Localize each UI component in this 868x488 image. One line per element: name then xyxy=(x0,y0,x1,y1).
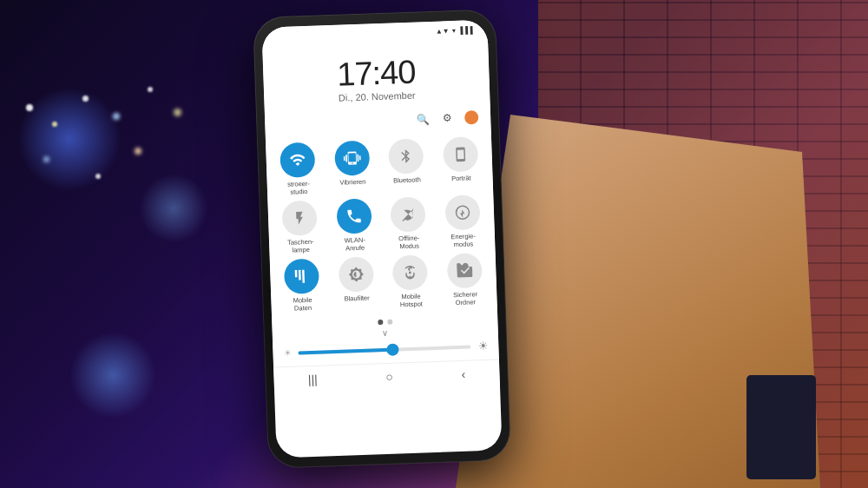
fairy-light xyxy=(95,174,101,179)
watch-band xyxy=(746,375,816,479)
blue-light-3 xyxy=(139,174,208,243)
brightness-slider[interactable] xyxy=(298,345,470,354)
portrait-tile-icon xyxy=(443,136,478,172)
flashlight-tile-icon xyxy=(282,201,318,236)
settings-button[interactable]: ⚙ xyxy=(440,111,455,126)
hotspot-tile-icon xyxy=(392,255,428,291)
slider-thumb[interactable] xyxy=(387,343,399,355)
offline-label: Offline-Modus xyxy=(398,234,420,251)
home-button[interactable]: ○ xyxy=(385,370,393,384)
fairy-light xyxy=(148,87,153,92)
signal-bars: ▐▐▐ xyxy=(457,26,472,35)
secure-folder-label: SichererOrdner xyxy=(453,291,478,307)
fairy-light xyxy=(52,122,57,127)
wifi-label: stroeer-studio xyxy=(287,180,310,196)
time-section: 17:40 Di., 20. November xyxy=(262,39,490,115)
fairy-light xyxy=(113,113,120,120)
phone-body: ▲▼ ▾ ▐▐▐ 17:40 Di., 20. November 🔍 ⚙ xyxy=(253,10,511,469)
wlan-calls-label: WLAN-Anrufe xyxy=(345,236,366,253)
dot-1 xyxy=(378,320,383,325)
bluetooth-label: Bluetooth xyxy=(393,176,421,185)
tiles-container: stroeer-studio Vibrieren xyxy=(266,131,497,319)
fairy-light xyxy=(135,148,141,155)
tile-wlan-calls[interactable]: WLAN-Anrufe xyxy=(329,199,380,254)
tile-hotspot[interactable]: MobileHotspot xyxy=(385,254,437,309)
energy-tile-icon xyxy=(444,195,480,230)
blue-light-2 xyxy=(69,332,156,419)
bluetooth-tile-icon xyxy=(388,139,424,175)
wifi-tile-icon xyxy=(279,142,315,178)
tile-bluefilter[interactable]: Blaufilter xyxy=(331,256,382,311)
phone: ▲▼ ▾ ▐▐▐ 17:40 Di., 20. November 🔍 ⚙ xyxy=(253,10,511,469)
clock: 17:40 xyxy=(273,53,479,93)
tile-energy[interactable]: Energie-modus xyxy=(437,195,489,249)
tile-mobile-data[interactable]: MobileDaten xyxy=(277,259,328,313)
fairy-light xyxy=(43,156,49,162)
fairy-light xyxy=(82,96,89,102)
wlan-calls-tile-icon xyxy=(336,199,372,234)
blue-light-1 xyxy=(17,87,122,191)
tile-wifi[interactable]: stroeer-studio xyxy=(273,142,324,197)
phone-screen: ▲▼ ▾ ▐▐▐ 17:40 Di., 20. November 🔍 ⚙ xyxy=(261,20,502,458)
tile-vibrate[interactable]: Vibrieren xyxy=(327,141,378,195)
brightness-high-icon: ☀ xyxy=(477,340,489,353)
mobile-data-label: MobileDaten xyxy=(293,296,312,313)
tile-offline[interactable]: Offline-Modus xyxy=(383,196,434,251)
fairy-light xyxy=(26,104,33,111)
vibrate-tile-icon xyxy=(334,141,370,176)
slider-fill xyxy=(298,348,393,355)
status-icons: ▲▼ ▾ ▐▐▐ xyxy=(436,26,477,36)
fairy-light xyxy=(174,109,181,116)
energy-label: Energie-modus xyxy=(450,233,476,249)
secure-folder-tile-icon xyxy=(446,253,482,288)
flashlight-label: Taschen-lampe xyxy=(287,238,314,254)
vibrate-label: Vibrieren xyxy=(339,178,365,187)
bluefilter-label: Blaufilter xyxy=(344,294,369,303)
recent-apps-button[interactable]: ||| xyxy=(308,373,318,386)
tile-secure-folder[interactable]: SichererOrdner xyxy=(439,253,490,307)
offline-tile-icon xyxy=(391,197,426,233)
portrait-label: Porträt xyxy=(451,175,471,183)
mobile-data-tile-icon xyxy=(284,259,319,294)
back-button[interactable]: ‹ xyxy=(461,367,465,381)
tile-flashlight[interactable]: Taschen-lampe xyxy=(274,201,326,255)
tiles-grid: stroeer-studio Vibrieren xyxy=(273,136,490,313)
wifi-icon: ▾ xyxy=(452,27,456,35)
tile-bluetooth[interactable]: Bluetooth xyxy=(381,138,432,193)
signal-icon: ▲▼ xyxy=(436,27,450,36)
hotspot-label: MobileHotspot xyxy=(400,293,423,309)
brightness-low-icon: ☀ xyxy=(283,348,291,358)
tile-portrait[interactable]: Porträt xyxy=(435,136,486,191)
chevron-down-icon[interactable]: ∨ xyxy=(382,328,388,338)
search-button[interactable]: 🔍 xyxy=(416,112,431,127)
avatar[interactable] xyxy=(464,110,479,125)
dot-2 xyxy=(387,320,392,325)
bluefilter-tile-icon xyxy=(338,257,373,293)
